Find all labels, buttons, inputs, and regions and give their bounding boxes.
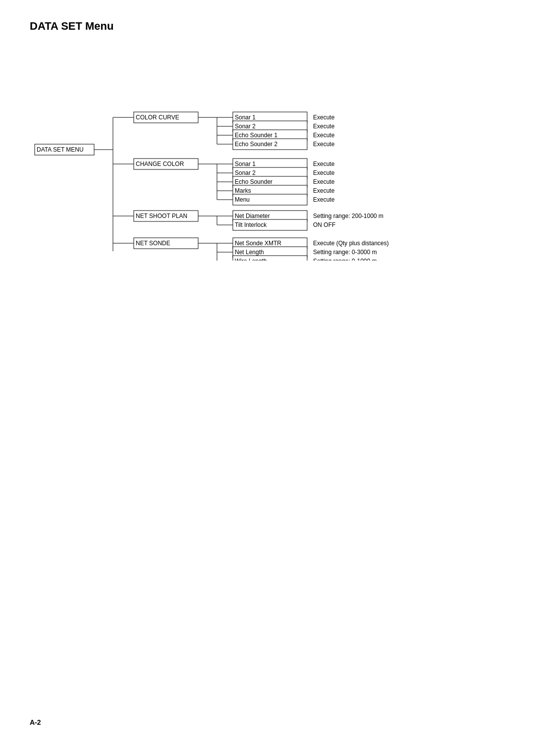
echo-sounder1-cc: Echo Sounder 1 — [235, 132, 277, 139]
tilt-interlock-val: ON OFF — [313, 221, 335, 228]
echo-sounder-chc-val: Execute — [313, 178, 335, 185]
root-label: DATA SET MENU — [37, 146, 84, 153]
echo-sounder2-cc-val: Execute — [313, 141, 335, 148]
sonar1-chc: Sonar 1 — [235, 161, 256, 167]
net-length: Net Length — [235, 249, 264, 256]
sonar2-chc: Sonar 2 — [235, 169, 256, 176]
level1-net-shoot: NET SHOOT PLAN — [136, 213, 187, 219]
echo-sounder2-cc: Echo Sounder 2 — [235, 141, 277, 148]
sonar2-chc-val: Execute — [313, 169, 335, 176]
menu-chc: Menu — [235, 196, 250, 203]
net-sonde-xmtr: Net Sonde XMTR — [235, 240, 281, 247]
net-length-val: Setting range: 0-3000 m — [313, 249, 377, 256]
net-diameter: Net Diameter — [235, 213, 270, 219]
level1-net-sonde: NET SONDE — [136, 240, 170, 247]
page-number: A-2 — [30, 718, 41, 726]
sonar1-cc-val: Execute — [313, 114, 335, 121]
diagram: DATA SET MENU COLOR CURVE Sonar 1 Execut… — [30, 48, 500, 261]
tilt-interlock: Tilt Interlock — [235, 221, 267, 228]
marks-chc-val: Execute — [313, 187, 335, 194]
net-diameter-val: Setting range: 200-1000 m — [313, 213, 383, 219]
sonar1-cc: Sonar 1 — [235, 114, 256, 121]
echo-sounder1-cc-val: Execute — [313, 132, 335, 139]
level1-color-curve: COLOR CURVE — [136, 114, 179, 121]
level1-change-color: CHANGE COLOR — [136, 161, 184, 167]
sonar2-cc: Sonar 2 — [235, 123, 256, 130]
wire-length-val: Setting range: 0-1000 m — [313, 258, 377, 261]
echo-sounder-chc: Echo Sounder — [235, 178, 272, 185]
sonar2-cc-val: Execute — [313, 123, 335, 130]
page-title: DATA SET Menu — [30, 20, 505, 33]
net-sonde-xmtr-val: Execute (Qty plus distances) — [313, 240, 389, 247]
menu-chc-val: Execute — [313, 196, 335, 203]
wire-length: Wire Length — [235, 258, 267, 261]
diagram-svg: DATA SET MENU COLOR CURVE Sonar 1 Execut… — [30, 48, 500, 261]
marks-chc: Marks — [235, 187, 251, 194]
sonar1-chc-val: Execute — [313, 161, 335, 167]
page-footer: A-2 — [30, 718, 41, 726]
